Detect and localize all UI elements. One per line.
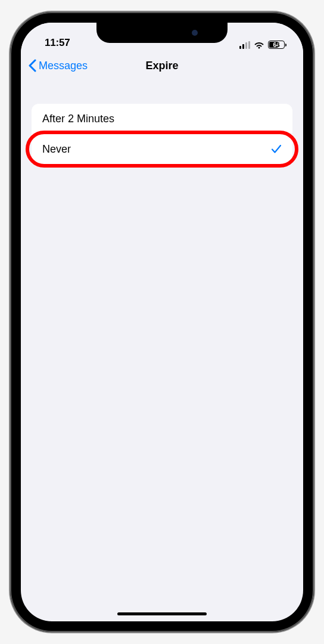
status-right: 64 — [239, 41, 286, 49]
chevron-left-icon — [28, 59, 36, 72]
battery-percent: 64 — [273, 42, 279, 48]
wifi-icon — [254, 41, 264, 49]
cellular-signal-icon — [239, 41, 250, 49]
option-after-2-minutes[interactable]: After 2 Minutes — [32, 104, 292, 134]
option-never[interactable]: Never — [32, 134, 292, 164]
notch — [96, 23, 228, 43]
battery-icon: 64 — [268, 41, 286, 49]
option-label: Never — [42, 143, 71, 156]
checkmark-icon — [271, 144, 282, 154]
phone-frame: 11:57 64 — [10, 12, 314, 632]
back-label: Messages — [39, 60, 88, 72]
content-area: After 2 Minutes Never — [21, 80, 303, 164]
home-indicator[interactable] — [117, 612, 207, 615]
navigation-bar: Messages Expire — [21, 51, 303, 80]
front-camera — [192, 30, 198, 36]
status-time: 11:57 — [45, 37, 70, 49]
options-group: After 2 Minutes Never — [32, 104, 292, 164]
phone-screen: 11:57 64 — [21, 23, 303, 621]
page-title: Expire — [145, 60, 178, 72]
option-label: After 2 Minutes — [42, 113, 114, 125]
back-button[interactable]: Messages — [28, 59, 88, 72]
